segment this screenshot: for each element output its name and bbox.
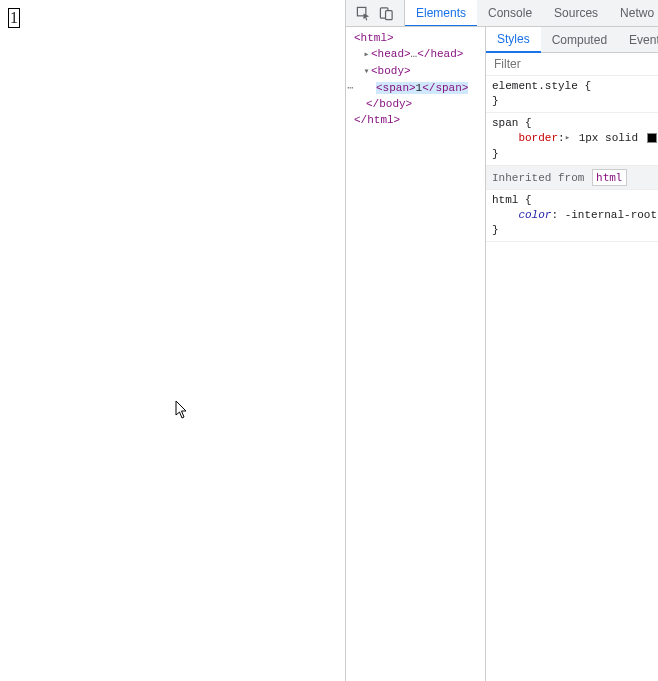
subtab-computed[interactable]: Computed <box>541 27 618 52</box>
tab-sources[interactable]: Sources <box>543 0 609 26</box>
tab-netwo[interactable]: Netwo <box>609 0 658 26</box>
filter-input[interactable] <box>492 56 652 72</box>
styles-panel: StylesComputedEvent L element.style {}sp… <box>486 27 658 681</box>
css-rule[interactable]: span { border:▸ 1px solid bl} <box>486 113 658 166</box>
dom-node[interactable]: ▸<head>…</head> <box>346 46 485 63</box>
tab-elements[interactable]: Elements <box>405 0 477 27</box>
devtools-toolbar: ElementsConsoleSourcesNetwo <box>346 0 658 27</box>
color-swatch-icon[interactable] <box>647 133 657 143</box>
inherited-section: Inherited from html <box>486 166 658 190</box>
filter-row <box>486 53 658 76</box>
mouse-cursor-icon <box>175 400 191 420</box>
ellipsis-icon: ⋯ <box>347 80 353 96</box>
styles-subtabs: StylesComputedEvent L <box>486 27 658 53</box>
expand-icon[interactable]: ▸ <box>565 131 570 146</box>
page-span: 1 <box>8 8 20 28</box>
dom-node[interactable]: ⋯<span>1</span> <box>346 80 485 96</box>
inherited-tag[interactable]: html <box>592 169 627 186</box>
device-toggle-icon[interactable] <box>379 6 394 21</box>
css-rules[interactable]: element.style {}span { border:▸ 1px soli… <box>486 76 658 681</box>
dom-node[interactable]: </html> <box>346 112 485 128</box>
css-rule[interactable]: html { color: -internal-root-c} <box>486 190 658 242</box>
css-rule[interactable]: element.style {} <box>486 76 658 113</box>
rendered-page: 1 <box>0 0 345 681</box>
main-tabs: ElementsConsoleSourcesNetwo <box>405 0 658 26</box>
tab-console[interactable]: Console <box>477 0 543 26</box>
dom-node[interactable]: </body> <box>346 96 485 112</box>
svg-rect-2 <box>386 10 393 19</box>
subtab-styles[interactable]: Styles <box>486 27 541 53</box>
devtools: ElementsConsoleSourcesNetwo <html>▸<head… <box>345 0 658 681</box>
subtab-event-l[interactable]: Event L <box>618 27 658 52</box>
dom-node[interactable]: <html> <box>346 30 485 46</box>
dom-node[interactable]: ▾<body> <box>346 63 485 80</box>
dom-tree[interactable]: <html>▸<head>…</head>▾<body>⋯<span>1</sp… <box>346 27 486 681</box>
inspect-icon[interactable] <box>356 6 371 21</box>
